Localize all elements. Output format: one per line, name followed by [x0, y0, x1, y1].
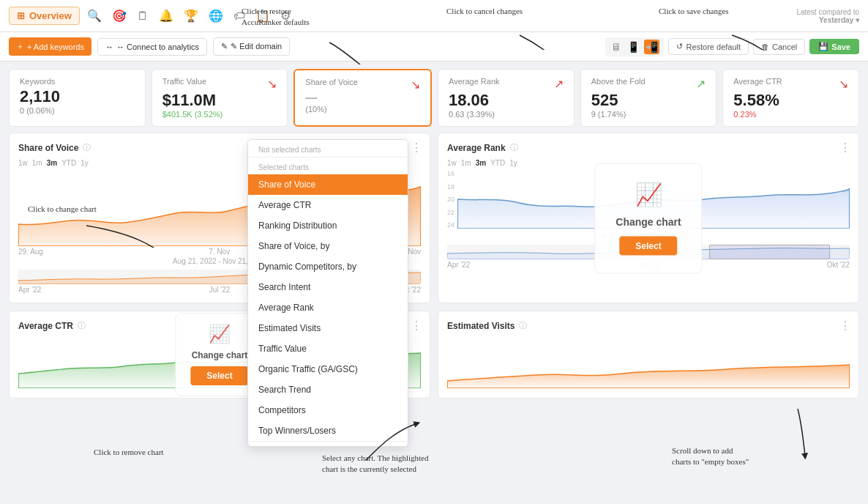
search-icon[interactable]: 🔍	[87, 9, 102, 23]
ctr-more-button[interactable]: ⋮	[411, 319, 422, 333]
average-rank-value: 18.06	[449, 91, 564, 110]
stats-row: Keywords 2,110 0 (0.06%) Traffic Value ↘…	[0, 62, 868, 133]
ev-more-button[interactable]: ⋮	[839, 319, 851, 333]
tablet-icon[interactable]: 📱	[626, 40, 641, 54]
average-ctr-sub: 0.23%	[733, 110, 848, 119]
overview-nav-item[interactable]: ⊞ Overview	[9, 7, 80, 25]
select-chart-button[interactable]: Select	[619, 236, 677, 255]
nav-icons: 🔍 🎯 🗒 🔔 🏆 🌐 🏷 📋 ⚙	[87, 9, 790, 23]
save-button[interactable]: 💾 Save	[809, 39, 859, 54]
chart-dropdown[interactable]: Not selected charts Selected charts Shar…	[247, 139, 408, 406]
above-fold-arrow: ↗	[696, 77, 706, 91]
latest-compare-label: Latest compared to Yesterday ▾	[796, 8, 859, 24]
bell-icon[interactable]: 🔔	[159, 9, 173, 23]
connect-analytics-button[interactable]: ↔ ↔ Connect to analytics	[97, 38, 207, 56]
ar-1m[interactable]: 1m	[461, 159, 471, 167]
ar-nav-handle[interactable]	[709, 245, 830, 259]
cancel-button[interactable]: 🗑 Cancel	[753, 39, 805, 55]
average-rank-arrow: ↗	[554, 77, 564, 91]
change-chart-label: Change chart	[616, 215, 681, 227]
sov-ytd[interactable]: YTD	[61, 159, 76, 167]
ctr-change-icon: 📈	[209, 324, 231, 344]
keywords-label: Keywords	[20, 77, 135, 86]
traffic-value-arrow: ↘	[267, 77, 277, 91]
sov-more-button[interactable]: ⋮	[411, 141, 422, 155]
latest-compare-text: Latest compared to Yesterday ▾	[796, 8, 859, 24]
overview-label: Overview	[29, 10, 72, 21]
ar-3m[interactable]: 3m	[476, 159, 486, 167]
add-keywords-button[interactable]: ＋ + Add keywords	[9, 37, 91, 56]
bottom-charts-row: Average CTR ⓘ ⋮ 📈 Change chart Select	[0, 311, 868, 406]
restore-default-button[interactable]: ↺ Restore default	[668, 38, 749, 55]
target-icon[interactable]: 🎯	[112, 9, 127, 23]
traffic-value-sub: $401.5K (3.52%)	[162, 110, 277, 119]
ctr-change-label: Change chart	[192, 350, 248, 360]
stat-traffic-value: Traffic Value ↘ $11.0M $401.5K (3.52%)	[151, 69, 288, 127]
traffic-value-value: $11.0M	[162, 91, 277, 110]
save-icon: 💾	[818, 42, 828, 51]
ev-info-icon: ⓘ	[519, 320, 527, 331]
edit-domain-button[interactable]: ✎ ✎ Edit domain	[213, 37, 290, 56]
dropdown-item-organic-traffic[interactable]: Organic Traffic (GA/GSC)	[248, 359, 408, 379]
ar-ytd[interactable]: YTD	[490, 159, 505, 167]
tag-icon[interactable]: 🏷	[233, 10, 245, 23]
restore-icon: ↺	[676, 42, 683, 51]
ar-more-button[interactable]: ⋮	[839, 141, 851, 155]
notes-icon[interactable]: 🗒	[137, 10, 149, 23]
not-selected-label: Not selected charts	[248, 140, 408, 157]
stat-above-fold: Above the Fold ↗ 525 9 (1.74%)	[580, 69, 717, 127]
share-of-voice-arrow: ↘	[411, 78, 420, 92]
ev-chart-title: Estimated Visits	[447, 321, 515, 331]
sov-1y[interactable]: 1y	[81, 159, 89, 167]
average-rank-chart: Average Rank ⓘ ⋮ 1w 1m 3m YTD 1y 1618202…	[438, 133, 859, 303]
stat-share-of-voice[interactable]: Share of Voice ↘ — (10%)	[293, 69, 432, 127]
sov-info-icon: ⓘ	[83, 142, 91, 153]
dropdown-item-share-of-voice[interactable]: Share of Voice	[248, 174, 408, 195]
stat-keywords: Keywords 2,110 0 (0.06%)	[9, 69, 146, 127]
dropdown-item-estimated-visits[interactable]: Estimated Visits	[248, 318, 408, 338]
settings-icon[interactable]: ⚙	[280, 9, 291, 23]
change-chart-icon: 📈	[635, 181, 662, 207]
toolbar-right: 🖥 📱 📲 ↺ Restore default 🗑 Cancel 💾 Save	[605, 37, 859, 56]
keywords-sub: 0 (0.06%)	[20, 106, 135, 115]
share-of-voice-value: —	[305, 92, 420, 105]
ctr-select-button[interactable]: Select	[190, 366, 248, 385]
nav-right: Latest compared to Yesterday ▾	[796, 8, 859, 24]
sov-chart-title: Share of Voice	[18, 143, 78, 153]
ar-1y[interactable]: 1y	[509, 159, 517, 167]
list-icon[interactable]: 📋	[255, 9, 270, 23]
share-of-voice-label: Share of Voice	[305, 78, 358, 86]
dropdown-item-dynamic-competitors[interactable]: Dynamic Competitors, by	[248, 256, 408, 277]
dropdown-item-ranking-distribution[interactable]: Ranking Distribution	[248, 215, 408, 236]
above-fold-sub: 9 (1.74%)	[591, 110, 706, 119]
keywords-value: 2,110	[20, 87, 135, 106]
sov-1m[interactable]: 1m	[32, 159, 42, 167]
dropdown-item-average-rank[interactable]: Average Rank	[248, 297, 408, 318]
connect-icon: ↔	[105, 42, 113, 51]
dropdown-item-traffic-value[interactable]: Traffic Value	[248, 338, 408, 359]
above-fold-label: Above the Fold	[591, 77, 646, 86]
average-ctr-value: 5.58%	[733, 91, 848, 110]
average-ctr-arrow: ↘	[839, 77, 848, 91]
desktop-icon[interactable]: 🖥	[610, 40, 623, 54]
dropdown-item-search-intent[interactable]: Search Intent	[248, 277, 408, 297]
selected-label: Selected charts	[248, 157, 408, 174]
trophy-icon[interactable]: 🏆	[184, 9, 198, 23]
sov-3m[interactable]: 3m	[47, 159, 57, 167]
average-ctr-label: Average CTR	[733, 77, 782, 86]
globe-icon[interactable]: 🌐	[209, 9, 223, 23]
plus-icon: ＋	[16, 41, 24, 52]
ctr-info-icon: ⓘ	[78, 320, 86, 331]
share-of-voice-sub: (10%)	[305, 105, 420, 114]
ar-1w[interactable]: 1w	[447, 159, 457, 167]
dropdown-item-search-trend[interactable]: Search Trend	[248, 379, 408, 400]
charts-grid: Share of Voice ⓘ ⋮ 1w 1m 3m YTD 1y	[0, 133, 868, 311]
dropdown-item-share-of-voice-by[interactable]: Share of Voice, by	[248, 236, 408, 256]
change-chart-overlay: 📈 Change chart Select	[594, 163, 702, 273]
dropdown-item-average-ctr[interactable]: Average CTR	[248, 195, 408, 215]
sov-1w[interactable]: 1w	[18, 159, 28, 167]
ctr-chart-title: Average CTR	[18, 321, 73, 331]
dropdown-item-competitors[interactable]: Competitors	[248, 400, 408, 406]
stat-average-ctr: Average CTR ↘ 5.58% 0.23%	[722, 69, 859, 127]
mobile-icon[interactable]: 📲	[644, 40, 659, 54]
